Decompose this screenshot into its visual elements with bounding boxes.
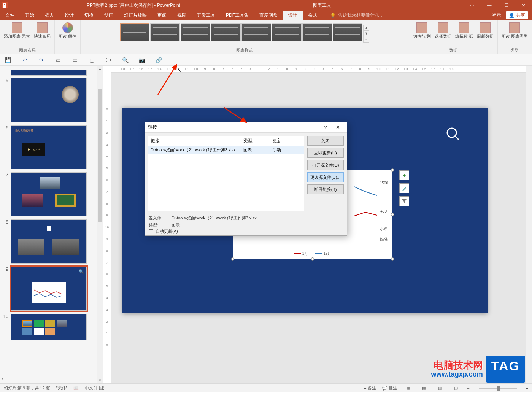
chart-filters-button[interactable] xyxy=(399,196,409,206)
chart-elements-button[interactable]: + xyxy=(399,170,409,180)
zoom-out-button[interactable]: − xyxy=(467,386,469,391)
dialog-help-button[interactable]: ? xyxy=(319,123,332,132)
tab-view[interactable]: 视图 xyxy=(172,11,192,20)
tell-me-search[interactable]: 💡 告诉我您想要做什么… xyxy=(322,11,488,20)
notes-button[interactable]: ≐ 备注 xyxy=(363,385,376,391)
qat-screen-icon[interactable]: 🖵 xyxy=(105,57,112,64)
slide-thumb-10[interactable] xyxy=(11,314,87,340)
ribbon-options-icon[interactable]: ▭ xyxy=(464,0,481,11)
chart-style-7[interactable] xyxy=(302,23,332,41)
dialog-buttons: 关闭 立即更新(U) 打开源文件(O) 更改源文件(C)... 断开链接(B) xyxy=(307,136,344,211)
gallery-expand[interactable]: ≡ xyxy=(364,37,369,43)
refresh-data-label: 刷新数据 xyxy=(477,34,494,39)
links-list-row[interactable]: D:\tools\桌面\work（2）\work (1)\工作簿3.xlsx 图… xyxy=(148,146,304,154)
change-colors-label: 更改 颜色 xyxy=(59,34,76,39)
thumb-number: 6 xyxy=(3,125,8,169)
comments-button[interactable]: 💬 批注 xyxy=(382,385,397,391)
gallery-scroll-up[interactable]: ▲ xyxy=(364,25,369,31)
thumb-number: 7 xyxy=(3,172,8,216)
sorter-view-button[interactable]: ▦ xyxy=(419,385,429,392)
tab-review[interactable]: 审阅 xyxy=(152,11,172,20)
tab-design[interactable]: 设计 xyxy=(59,11,79,20)
watermark-name: 电脑技术网 xyxy=(434,360,483,371)
refresh-data-button[interactable]: 刷新数据 xyxy=(475,22,495,40)
undo-icon[interactable]: ↶ xyxy=(21,57,28,64)
chart-style-2[interactable] xyxy=(150,23,180,41)
slideshow-view-button[interactable]: ▢ xyxy=(451,385,461,392)
document-title: PPT教程2.pptx [用户上次保存的] - PowerPoint xyxy=(87,2,180,9)
quick-access-toolbar: 💾 ↶ ↷ ▭ ▭ ▢ 🖵 🔍 📷 🔗 xyxy=(0,54,532,66)
change-chart-type-button[interactable]: 更改 图表类型 xyxy=(500,22,529,40)
tab-pdf[interactable]: PDF工具集 xyxy=(221,11,254,20)
editor-scrollbar[interactable] xyxy=(526,66,532,383)
dialog-break-link-button[interactable]: 断开链接(B) xyxy=(307,184,344,194)
tab-chart-design[interactable]: 设计 xyxy=(283,11,303,20)
gallery-scroll: ▲ ▼ ≡ xyxy=(363,25,369,43)
chart-style-4[interactable] xyxy=(211,23,241,41)
slide-thumb-6[interactable]: 此处填片的标题 E=mc² xyxy=(11,125,87,169)
select-data-button[interactable]: 选择数据 xyxy=(433,22,453,40)
share-button[interactable]: 👤 共享 xyxy=(506,11,528,19)
language-indicator[interactable]: 中文(中国) xyxy=(85,385,104,391)
chart-style-8[interactable] xyxy=(333,23,362,41)
save-icon[interactable]: 💾 xyxy=(5,57,11,64)
change-colors-button[interactable]: 更改 颜色 xyxy=(57,22,78,40)
tab-home[interactable]: 开始 xyxy=(20,11,40,20)
close-button[interactable]: ✕ xyxy=(515,0,532,11)
chart-style-6[interactable] xyxy=(272,23,302,41)
zoom-in-button[interactable]: + xyxy=(526,386,528,391)
switch-row-col-button[interactable]: 切换行/列 xyxy=(411,22,432,40)
tab-animations[interactable]: 动画 xyxy=(99,11,119,20)
qat-camera-icon[interactable]: 📷 xyxy=(138,57,145,64)
qat-icon-5[interactable]: ▭ xyxy=(71,57,78,64)
title-bar: PPT教程2.pptx [用户上次保存的] - PowerPoint 图表工具 … xyxy=(0,0,532,11)
dialog-update-now-button[interactable]: 立即更新(U) xyxy=(307,148,344,158)
links-list[interactable]: 链接 类型 更新 D:\tools\桌面\work（2）\work (1)\工作… xyxy=(148,136,304,211)
auto-update-checkbox[interactable]: 自动更新(A) xyxy=(149,228,343,235)
tab-transitions[interactable]: 切换 xyxy=(79,11,99,20)
slide-thumb-9[interactable]: 🔍 xyxy=(11,267,87,311)
chart-style-1[interactable] xyxy=(120,23,149,41)
slide-thumb-7[interactable] xyxy=(11,172,87,216)
tab-insert[interactable]: 插入 xyxy=(40,11,59,20)
quick-layout-button[interactable]: 快速布局 xyxy=(32,22,52,40)
login-link[interactable]: 登录 xyxy=(492,12,501,19)
minimize-button[interactable]: — xyxy=(481,0,498,11)
col-link: 链接 xyxy=(151,138,243,144)
tab-chart-format[interactable]: 格式 xyxy=(303,11,322,20)
reading-view-button[interactable]: ▥ xyxy=(435,385,445,392)
normal-view-button[interactable]: ▦ xyxy=(403,385,413,392)
tab-developer[interactable]: 开发工具 xyxy=(192,11,221,20)
dialog-change-source-button[interactable]: 更改源文件(C)... xyxy=(307,172,344,182)
slide-thumb-5[interactable] xyxy=(11,78,87,122)
magnifier-icon xyxy=(446,127,461,142)
zoom-slider[interactable] xyxy=(479,388,517,389)
spellcheck-icon[interactable]: 📖 xyxy=(73,386,79,391)
ribbon-group-colors: 更改 颜色 xyxy=(55,20,81,54)
chart-style-5[interactable] xyxy=(241,23,271,41)
thumbnail-scrollbar[interactable]: ▲ ▼ xyxy=(97,66,103,383)
dialog-close-action-button[interactable]: 关闭 xyxy=(307,136,344,146)
dialog-close-button[interactable]: ✕ xyxy=(332,123,344,132)
account-area: 登录 👤 共享 xyxy=(488,11,532,20)
dialog-titlebar[interactable]: 链接 ? ✕ xyxy=(145,122,347,133)
qat-icon-4[interactable]: ▭ xyxy=(55,57,62,64)
chart-style-3[interactable] xyxy=(181,23,210,41)
edit-data-button[interactable]: 编辑数 据 xyxy=(454,22,475,40)
tab-baidu[interactable]: 百度网盘 xyxy=(254,11,283,20)
maximize-button[interactable]: ☐ xyxy=(498,0,515,11)
chart-styles-button[interactable] xyxy=(399,183,409,193)
qat-links-icon[interactable]: 🔗 xyxy=(155,57,162,64)
qat-present-icon[interactable]: ▢ xyxy=(88,57,95,64)
tab-slideshow[interactable]: 幻灯片放映 xyxy=(119,11,152,20)
tab-file[interactable]: 文件 xyxy=(0,11,20,20)
ribbon-group-data: 切换行/列 选择数据 编辑数 据 刷新数据 数据 xyxy=(409,20,498,54)
gallery-scroll-down[interactable]: ▼ xyxy=(364,31,369,37)
dialog-open-source-button[interactable]: 打开源文件(O) xyxy=(307,160,344,170)
slide-thumbnails-panel[interactable]: 5 6 此处填片的标题 E=mc² 7 8 xyxy=(0,66,97,383)
thumb-number: 10 xyxy=(3,314,8,340)
qat-zoom-icon[interactable]: 🔍 xyxy=(122,57,129,64)
redo-icon[interactable]: ↷ xyxy=(38,57,45,64)
slide-thumb-8[interactable] xyxy=(11,219,87,264)
add-chart-element-button[interactable]: 添加图表 元素 xyxy=(2,22,32,40)
